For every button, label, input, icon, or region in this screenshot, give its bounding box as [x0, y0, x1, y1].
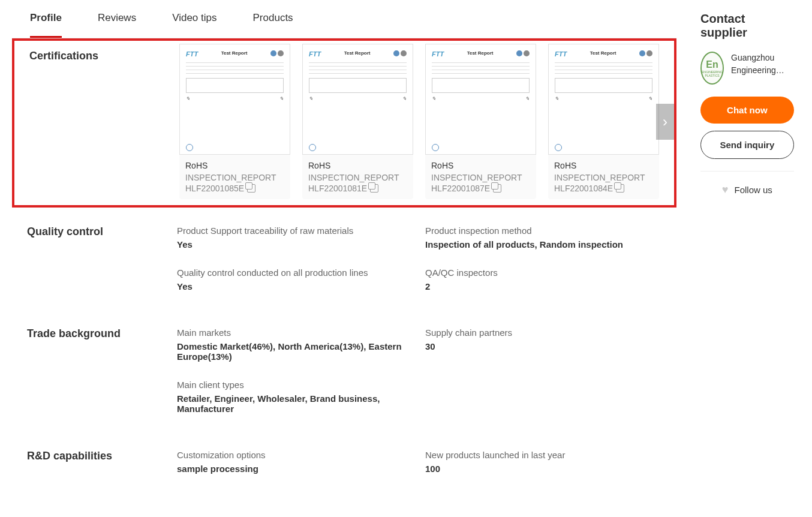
info-label: New products launched in last year: [425, 450, 661, 460]
stamp-icon: [309, 144, 316, 151]
info-item: Customization options sample processing: [177, 450, 413, 474]
chat-now-button[interactable]: Chat now: [700, 97, 794, 124]
cert-name: INSPECTION_REPORT: [554, 173, 653, 182]
tab-products[interactable]: Products: [253, 12, 293, 38]
info-label: Supply chain partners: [425, 327, 661, 338]
cert-type: RoHS: [554, 161, 653, 170]
cert-report-label: Test Report: [344, 50, 371, 56]
info-value: Retailer, Engineer, Wholesaler, Brand bu…: [177, 393, 413, 414]
cert-report-label: Test Report: [590, 50, 616, 56]
cert-brand-logo: FTT: [555, 50, 567, 58]
info-label: QA/QC inspectors: [425, 267, 661, 278]
trade-background-title: Trade background: [27, 327, 177, 402]
info-item: Main markets Domestic Market(46%), North…: [177, 327, 413, 362]
trade-background-section: Trade background Main markets Domestic M…: [12, 309, 676, 432]
info-value: Yes: [177, 239, 413, 250]
copy-icon[interactable]: [616, 184, 624, 193]
stamp-icon: [555, 144, 562, 151]
divider: [700, 171, 794, 172]
certifications-list: ‹ › FTT Test Report ✎✎: [179, 44, 659, 199]
info-value: 2: [425, 281, 661, 291]
cert-badges: [270, 50, 284, 56]
supplier-name: Guangzhou Engineering…: [731, 52, 794, 77]
info-value: sample processing: [177, 464, 413, 474]
cert-report-label: Test Report: [467, 50, 494, 56]
follow-us-button[interactable]: ♥ Follow us: [700, 184, 794, 196]
quality-control-title: Quality control: [27, 226, 177, 279]
cert-name: INSPECTION_REPORT: [431, 173, 530, 182]
copy-icon[interactable]: [493, 184, 501, 193]
tab-profile[interactable]: Profile: [30, 12, 62, 38]
info-value: 30: [425, 341, 661, 351]
cert-type: RoHS: [185, 161, 284, 170]
cert-prev-arrow[interactable]: ‹: [176, 104, 194, 140]
info-label: Quality control conducted on all product…: [177, 267, 413, 278]
cert-code: HLF22001087E: [431, 184, 490, 193]
info-item: Supply chain partners 30: [425, 327, 661, 362]
cert-image: FTT Test Report ✎✎: [179, 44, 290, 155]
rd-capabilities-title: R&D capabilities: [27, 450, 177, 462]
supplier-logo-sub: ENGINEERING PLASTICS: [702, 70, 723, 77]
info-label: Main markets: [177, 327, 413, 338]
info-label: Product Support traceability of raw mate…: [177, 226, 413, 236]
follow-text: Follow us: [735, 185, 772, 195]
tab-reviews[interactable]: Reviews: [98, 12, 136, 38]
tab-video-tips[interactable]: Video tips: [172, 12, 216, 38]
cert-name: INSPECTION_REPORT: [308, 173, 407, 182]
info-item: QA/QC inspectors 2: [425, 267, 661, 291]
cert-code: HLF22001081E: [308, 184, 367, 193]
cert-card[interactable]: FTT Test Report ✎✎ RoHS INSPECTION_REPOR…: [548, 44, 659, 199]
cert-image: FTT Test Report ✎✎: [548, 44, 659, 155]
info-value: Yes: [177, 281, 413, 291]
cert-type: RoHS: [308, 161, 407, 170]
certifications-title: Certifications: [29, 44, 161, 199]
copy-icon[interactable]: [247, 184, 255, 193]
send-inquiry-button[interactable]: Send inquiry: [700, 131, 794, 159]
cert-next-arrow[interactable]: ›: [656, 104, 674, 140]
info-item: New products launched in last year 100: [425, 450, 661, 474]
cert-card[interactable]: FTT Test Report ✎✎ RoHS INSPECTION_REPOR…: [179, 44, 290, 199]
cert-badges: [639, 50, 652, 56]
rd-capabilities-section: R&D capabilities Customization options s…: [12, 432, 676, 492]
info-value: Inspection of all products, Random inspe…: [425, 239, 661, 250]
info-value: 100: [425, 464, 661, 474]
cert-code: HLF22001084E: [554, 184, 613, 193]
contact-sidebar: Contact supplier En ENGINEERING PLASTICS…: [688, 0, 806, 208]
supplier-logo-main: En: [706, 59, 718, 70]
cert-brand-logo: FTT: [186, 50, 198, 58]
cert-code: HLF22001085E: [185, 184, 244, 193]
info-item: Product Support traceability of raw mate…: [177, 226, 413, 250]
cert-badges: [516, 50, 530, 56]
info-value: Domestic Market(46%), North America(13%)…: [177, 341, 413, 362]
info-label: Product inspection method: [425, 226, 661, 236]
supplier-logo: En ENGINEERING PLASTICS: [700, 52, 724, 85]
tabs-bar: Profile Reviews Video tips Products: [12, 0, 676, 38]
info-item: Quality control conducted on all product…: [177, 267, 413, 291]
certifications-section: Certifications ‹ › FTT Test Report: [12, 38, 676, 208]
copy-icon[interactable]: [370, 184, 378, 193]
quality-control-section: Quality control Product Support traceabi…: [12, 208, 676, 309]
cert-image: FTT Test Report ✎✎: [302, 44, 413, 155]
cert-name: INSPECTION_REPORT: [185, 173, 284, 182]
stamp-icon: [432, 144, 439, 151]
cert-badges: [393, 50, 407, 56]
heart-icon: ♥: [722, 184, 729, 196]
cert-card[interactable]: FTT Test Report ✎✎ RoHS INSPECTION_REPOR…: [302, 44, 413, 199]
info-item: Main client types Retailer, Engineer, Wh…: [177, 380, 413, 414]
stamp-icon: [186, 144, 193, 151]
info-label: Main client types: [177, 380, 413, 390]
info-label: Customization options: [177, 450, 413, 460]
cert-report-label: Test Report: [221, 50, 248, 56]
main-content: Profile Reviews Video tips Products Cert…: [12, 0, 676, 492]
info-item: Product inspection method Inspection of …: [425, 226, 661, 250]
cert-type: RoHS: [431, 161, 530, 170]
cert-brand-logo: FTT: [309, 50, 321, 58]
cert-card[interactable]: FTT Test Report ✎✎ RoHS INSPECTION_REPOR…: [425, 44, 536, 199]
cert-image: FTT Test Report ✎✎: [425, 44, 536, 155]
sidebar-title: Contact supplier: [700, 12, 794, 40]
supplier-info: En ENGINEERING PLASTICS Guangzhou Engine…: [700, 52, 794, 85]
cert-brand-logo: FTT: [432, 50, 444, 58]
